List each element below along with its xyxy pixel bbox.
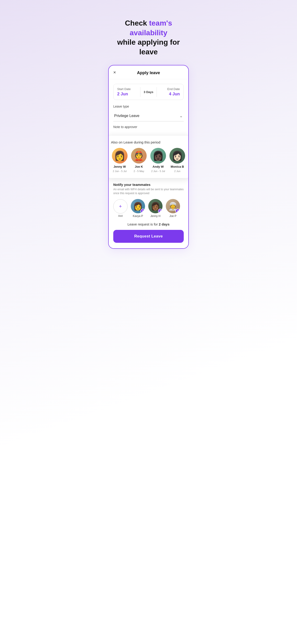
teammate-dates-monica-b: 2 Jun [174,170,180,172]
remove-jenny-h-button[interactable]: × [158,209,162,213]
avatar-joe-k-emoji: 👲 [133,150,144,161]
notify-person-name-joe-p: Joe P [170,214,176,218]
bottom-section: Notify your teammates An email with WFH … [109,178,188,248]
add-teammate-button[interactable]: + Add [113,199,128,217]
start-date-field[interactable]: Start Date 2 Jun [114,84,140,100]
teammate-name-jenny-w: Jenny W [114,165,126,168]
avatar-kavya: 👩 × [131,199,145,213]
note-section: Note to approver [113,125,184,136]
add-plus-icon: + [119,204,122,209]
hero-plain-text: Check [125,19,149,27]
avatar-joe-p: 👳‍♀️ × [166,199,180,213]
avatar-jenny-w: 👩 [112,148,128,164]
notify-person-kavya: 👩 × Kavya P [131,199,145,218]
apply-leave-modal: × Apply leave Start Date 2 Jun 3 Days En… [108,65,189,249]
avatar-monica-b-emoji: 👩🏻 [172,150,183,161]
start-date-value: 2 Jun [117,92,136,96]
notify-person-name-kavya: Kavya P [133,214,143,218]
days-badge: 3 Days [140,87,157,97]
teammate-monica-b: 👩🏻 Monica B 2 Jun [169,148,186,172]
notify-desc: An email with WFH details will be sent t… [113,188,184,195]
notify-person-joe-p: 👳‍♀️ × Joe P [166,199,180,218]
end-date-field[interactable]: End Date 4 Jun [157,84,184,100]
modal-title: Apply leave [137,70,160,75]
leave-type-section: Leave type Privilege Leave ⌄ [113,104,184,122]
end-date-value: 4 Jun [160,92,180,96]
avatar-jenny-h: 👩🏾 × [148,199,162,213]
avatar-joe-k: 👲 [131,148,147,164]
add-btn-circle[interactable]: + [113,199,128,214]
leave-type-label: Leave type [113,104,184,108]
end-date-label: End Date [160,87,180,91]
avatar-andy-w-emoji: 👩🏿 [152,150,164,161]
teammate-name-monica-b: Monica B [170,165,184,168]
leave-summary: Leave request is for 2 days [113,222,184,226]
add-label: Add [118,214,123,217]
teammate-dates-joe-k: 2 - 5 May [134,170,144,172]
avatar-monica-b: 👩🏻 [170,148,185,164]
also-on-leave-title: Also on Leave during this period [111,140,186,144]
leave-type-value: Privilege Leave [114,114,139,118]
notify-person-name-jenny-h: Jenny H [150,214,160,218]
leave-summary-prefix: Leave request is for [128,222,159,226]
remove-joe-p-button[interactable]: × [176,209,180,213]
leave-type-dropdown[interactable]: Privilege Leave ⌄ [113,110,184,122]
also-on-leave-card: Also on Leave during this period 👩 Jenny… [108,136,189,178]
notify-person-jenny-h: 👩🏾 × Jenny H [148,199,162,218]
phone-container: Check team's availability while applying… [104,0,194,258]
hero-section: Check team's availability while applying… [108,14,189,57]
date-range-selector[interactable]: Start Date 2 Jun 3 Days End Date 4 Jun [113,84,184,100]
teammate-name-andy-w: Andy W [153,165,164,168]
modal-body: Start Date 2 Jun 3 Days End Date 4 Jun L… [109,79,188,136]
close-button[interactable]: × [113,70,116,75]
leave-days-count: 2 days [159,222,170,226]
modal-header: × Apply leave [109,66,188,79]
avatar-andy-w: 👩🏿 [150,148,166,164]
teammate-dates-jenny-w: 2 Jun - 5 Jul [113,170,127,172]
start-date-label: Start Date [117,87,136,91]
hero-title: Check team's availability while applying… [108,18,189,57]
notify-title: Notify your teammates [113,183,184,186]
request-leave-button[interactable]: Request Leave [113,230,184,243]
teammate-andy-w: 👩🏿 Andy W 2 Jun - 5 Jul [150,148,167,172]
notify-avatars-row: + Add 👩 × Kavya P [113,199,184,218]
note-label: Note to approver [113,125,184,129]
teammate-joe-k: 👲 Joe K 2 - 5 May [130,148,148,172]
teammate-jenny-w: 👩 Jenny W 2 Jun - 5 Jul [111,148,128,172]
teammate-name-joe-k: Joe K [135,165,143,168]
avatar-jenny-w-emoji: 👩 [114,150,126,161]
teammate-dates-andy-w: 2 Jun - 5 Jul [151,170,165,172]
hero-line2: while applying for leave [117,38,180,56]
chevron-down-icon: ⌄ [179,113,183,118]
teammates-row: 👩 Jenny W 2 Jun - 5 Jul 👲 Joe K 2 - 5 Ma… [111,148,186,172]
remove-kavya-button[interactable]: × [140,209,145,213]
